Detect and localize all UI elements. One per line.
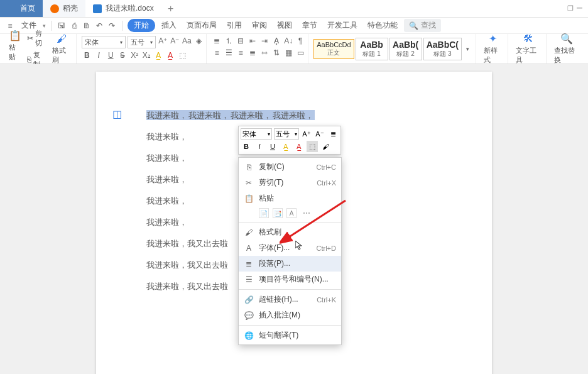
- menu-start[interactable]: 开始: [128, 19, 155, 32]
- tab-home[interactable]: 首页: [0, 0, 43, 17]
- paste-more-icon[interactable]: ⋯: [303, 209, 310, 217]
- mini-shrink-icon[interactable]: A⁻: [314, 128, 325, 140]
- ctx-cut[interactable]: ✂剪切(T)Ctrl+X: [239, 175, 341, 190]
- sort-icon[interactable]: A↓: [283, 36, 293, 46]
- indent-inc-icon[interactable]: ⇥: [259, 36, 270, 46]
- window-controls: ❐ ー: [562, 0, 588, 17]
- mini-format-brush-icon[interactable]: 🖌: [320, 141, 331, 152]
- align-right-icon[interactable]: ≡: [236, 48, 246, 58]
- minimize-icon[interactable]: ❐: [567, 4, 574, 13]
- font-select[interactable]: 宋体▾: [82, 36, 126, 48]
- italic-icon[interactable]: I: [94, 50, 104, 60]
- tab-document[interactable]: 我进来啦.docx: [85, 0, 161, 17]
- superscript-icon[interactable]: X²: [129, 50, 139, 60]
- highlight-icon[interactable]: A̲: [153, 50, 163, 60]
- mini-underline-icon[interactable]: U: [267, 141, 278, 152]
- ctx-format-brush[interactable]: 🖌格式刷: [239, 224, 341, 240]
- cut-button[interactable]: ✂剪切: [25, 28, 48, 48]
- bold-icon[interactable]: B: [82, 50, 92, 60]
- styles-gallery: AaBbCcDd正文 AaBb标题 1 AaBb(标题 2 AaBbC(标题 3…: [311, 34, 476, 63]
- menu-special[interactable]: 特色功能: [364, 19, 401, 32]
- text-line[interactable]: 我进来啦，: [273, 110, 315, 120]
- ctx-translate[interactable]: 🌐短句翻译(T): [239, 327, 341, 343]
- undo-icon[interactable]: ↶: [94, 21, 104, 31]
- menu-reference[interactable]: 引用: [223, 19, 246, 32]
- new-style-button[interactable]: ✦新样式: [481, 33, 505, 65]
- numbering-icon[interactable]: ⒈: [224, 36, 234, 46]
- shrink-font-icon[interactable]: A⁻: [170, 36, 180, 46]
- find-replace-button[interactable]: 🔍查找替换: [552, 33, 582, 65]
- style-h1[interactable]: AaBb标题 1: [356, 38, 388, 60]
- paste-button[interactable]: 📋粘贴▾: [6, 30, 24, 69]
- distribute-icon[interactable]: ⇿: [259, 48, 270, 58]
- menu-dev[interactable]: 开发工具: [324, 19, 361, 32]
- new-tab-button[interactable]: +: [161, 0, 180, 17]
- grow-font-icon[interactable]: A⁺: [158, 36, 168, 46]
- text-line[interactable]: 我进来啦，: [188, 110, 231, 120]
- subscript-icon[interactable]: X₂: [141, 50, 151, 60]
- search-icon: 🔍: [409, 21, 418, 30]
- text-line[interactable]: 我进来啦，: [231, 110, 273, 120]
- align-justify-icon[interactable]: ≣: [248, 48, 258, 58]
- search-box[interactable]: 🔍 查找: [404, 19, 441, 32]
- para-mark-icon[interactable]: ¶: [295, 36, 305, 46]
- paste-keep-source-icon[interactable]: 📄: [259, 208, 269, 218]
- text-line[interactable]: 我进来啦，: [146, 110, 188, 120]
- ctx-comment[interactable]: 💬插入批注(M): [239, 307, 341, 323]
- menu-chapter[interactable]: 章节: [298, 19, 321, 32]
- menu-view[interactable]: 视图: [273, 19, 296, 32]
- strike-icon[interactable]: S̶: [117, 50, 128, 60]
- styles-more-icon[interactable]: ▾: [463, 44, 473, 54]
- menu-insert[interactable]: 插入: [158, 19, 180, 32]
- ctx-hyperlink[interactable]: 🔗超链接(H)...Ctrl+K: [239, 292, 341, 307]
- style-body[interactable]: AaBbCcDd正文: [313, 39, 354, 59]
- clear-format-icon[interactable]: ◈: [193, 36, 204, 46]
- menu-review[interactable]: 审阅: [248, 19, 271, 32]
- style-h2[interactable]: AaBb(标题 2: [389, 38, 422, 60]
- link-icon: 🔗: [244, 295, 254, 304]
- format-brush-button[interactable]: 🖌格式刷: [50, 33, 74, 65]
- indent-dec-icon[interactable]: ⇤: [248, 36, 258, 46]
- ctx-paragraph[interactable]: ≣段落(P)...: [239, 256, 341, 272]
- borders-icon[interactable]: ▭: [295, 48, 305, 58]
- shrink-icon[interactable]: ー: [576, 4, 583, 13]
- text-tools-button[interactable]: 🛠文字工具: [513, 33, 543, 65]
- comment-icon: 💬: [244, 311, 254, 320]
- tab-daoke[interactable]: 稻壳: [43, 0, 85, 17]
- size-select[interactable]: 五号▾: [128, 36, 156, 48]
- bullets-icon[interactable]: ≣: [212, 36, 222, 46]
- multilevel-icon[interactable]: ⊟: [236, 36, 246, 46]
- ctx-paste[interactable]: 📋粘贴: [239, 190, 341, 206]
- shading-icon[interactable]: ▦: [283, 48, 293, 58]
- underline-icon[interactable]: U: [106, 50, 116, 60]
- preview-icon[interactable]: 🗎: [82, 21, 92, 31]
- mini-grow-icon[interactable]: A⁺: [301, 128, 312, 140]
- ctx-font[interactable]: A字体(F)...Ctrl+D: [239, 240, 341, 256]
- mini-italic-icon[interactable]: I: [254, 141, 265, 152]
- font-color-icon[interactable]: A̲: [165, 50, 175, 60]
- mini-list-icon[interactable]: ≣: [327, 128, 339, 140]
- mini-shading-icon[interactable]: ⬚: [307, 141, 318, 152]
- mini-size-select[interactable]: 五号▾: [274, 128, 299, 140]
- change-case-icon[interactable]: Aa: [182, 36, 192, 46]
- print-icon[interactable]: ⎙: [69, 21, 79, 31]
- char-border-icon[interactable]: ⬚: [177, 50, 187, 60]
- mini-bold-icon[interactable]: B: [241, 141, 252, 152]
- align-center-icon[interactable]: ☰: [224, 48, 234, 58]
- paste-match-dest-icon[interactable]: 📑: [273, 208, 283, 218]
- mini-highlight-icon[interactable]: A̲: [280, 141, 291, 152]
- copy-icon: ⎘: [244, 163, 254, 172]
- mini-font-select[interactable]: 宋体▾: [241, 128, 272, 140]
- align-left-icon[interactable]: ≡: [212, 48, 222, 58]
- mini-fontcolor-icon[interactable]: A̲: [293, 141, 305, 152]
- style-h3[interactable]: AaBbC(标题 3: [423, 38, 462, 60]
- char-scale-icon[interactable]: A͓: [271, 36, 281, 46]
- save-icon[interactable]: 🖫: [57, 21, 67, 31]
- ctx-copy[interactable]: ⎘复制(C)Ctrl+C: [239, 159, 341, 175]
- line-spacing-icon[interactable]: ⇅: [271, 48, 281, 58]
- redo-icon[interactable]: ↷: [107, 21, 117, 31]
- cut-icon: ✂: [244, 179, 254, 187]
- menu-pagelayout[interactable]: 页面布局: [183, 19, 220, 32]
- ctx-bullets[interactable]: ☰项目符号和编号(N)...: [239, 272, 341, 287]
- paste-text-only-icon[interactable]: A: [286, 208, 297, 218]
